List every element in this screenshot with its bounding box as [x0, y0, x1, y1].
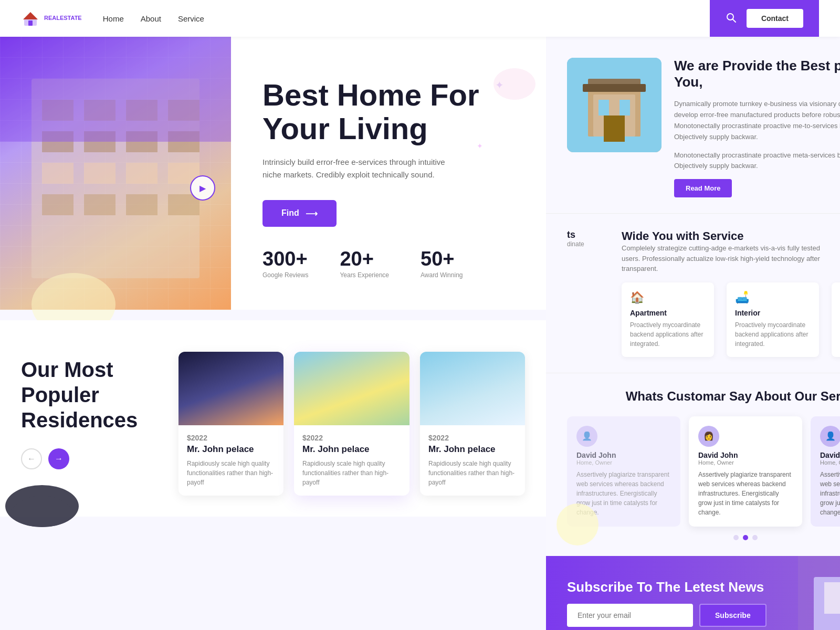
property-card-3: $2022 Mr. John pelace Rapidiously scale …	[420, 352, 525, 496]
services-description: Complelely strategize cutting-adge e-mar…	[622, 243, 832, 274]
residences-section: Our Most Populer Residences ← → $2022	[0, 320, 546, 517]
dot-2[interactable]	[743, 535, 748, 540]
services-inner: ts dinate Wide You with Service Complele…	[567, 229, 840, 357]
service-interior-title: Interior	[735, 309, 811, 317]
play-button[interactable]: ▶	[190, 175, 215, 201]
search-icon[interactable]	[726, 12, 736, 25]
stats-row: 300+ Google Reviews 20+ Years Experience…	[262, 248, 514, 279]
next-button[interactable]: →	[48, 448, 69, 469]
hero-description: Intrinsicly build error-free e-services …	[262, 156, 462, 181]
right-column: We are Provide the Best propety For You,…	[546, 37, 840, 630]
find-button[interactable]: Find ⟶	[262, 200, 337, 227]
arrow-icon: ⟶	[306, 208, 318, 218]
testimonial-name-1: David John	[576, 451, 671, 459]
services-section: ts dinate Wide You with Service Complele…	[546, 214, 840, 373]
navbar-right: Contact	[710, 0, 819, 37]
property-img-bg	[567, 58, 662, 152]
property-main-title: We are Provide the Best propety For You,	[674, 58, 840, 90]
card-image-2	[294, 352, 410, 425]
testimonials-title: Whats Customar Say About Our Service	[567, 389, 840, 404]
stat-awards: 50+ Award Winning	[421, 248, 463, 279]
card-desc-2: Rapidiously scale high quality functiona…	[302, 459, 401, 487]
card-name-2: Mr. John pelace	[302, 444, 401, 455]
testimonials-section: Whats Customar Say About Our Service 👤 D…	[546, 373, 840, 556]
svg-rect-29	[604, 116, 625, 142]
property-main-desc: Dynamically promote turnkey e-business v…	[674, 99, 840, 142]
svg-rect-2	[28, 20, 33, 26]
residences-left: Our Most Populer Residences ← →	[21, 352, 147, 469]
nav-about[interactable]: About	[141, 14, 161, 23]
property-text: We are Provide the Best propety For You,…	[674, 58, 840, 197]
svg-marker-1	[23, 12, 38, 19]
sparkle-decoration-2: ✦	[477, 142, 483, 150]
prev-button[interactable]: ←	[21, 448, 42, 469]
testimonial-avatar-2: 👩	[698, 426, 719, 447]
building-svg	[0, 37, 231, 310]
subscribe-form: Subscribe	[567, 604, 766, 627]
hero-blob-pink	[494, 68, 536, 100]
residences-title: Our Most Populer Residences	[21, 357, 147, 433]
services-right-col: Wide You with Service Complelely strateg…	[622, 229, 840, 357]
service-security: 🔒 Security Proactively mycoardinate back…	[832, 282, 840, 357]
card-body-3: $2022 Mr. John pelace Rapidiously scale …	[420, 425, 525, 496]
property-main-desc2: Monotonectally procrastinate proactive m…	[674, 150, 840, 172]
card-price-1: $2022	[187, 434, 275, 442]
residences-nav: ← →	[21, 448, 147, 469]
svg-rect-27	[598, 100, 609, 116]
card-image-3	[420, 352, 525, 425]
nav-home[interactable]: Home	[103, 14, 124, 23]
testimonial-dots	[567, 535, 840, 540]
svg-rect-22	[0, 37, 231, 142]
hero-section: ▶ ✦ ✦ Best Home For Your Living Intrinsi…	[0, 37, 546, 310]
testimonials-row: 👤 David John Home, Owner Assertively pla…	[567, 416, 840, 527]
services-subtitle: Wide You with Service	[622, 229, 840, 243]
hero-title: Best Home For Your Living	[262, 78, 514, 145]
testimonial-2: 👩 David John Home, Owner Assertively pla…	[689, 416, 802, 527]
svg-point-3	[727, 14, 733, 20]
dot-3[interactable]	[752, 535, 758, 540]
apartment-icon: 🏠	[630, 291, 706, 304]
dot-1[interactable]	[733, 535, 739, 540]
residences-inner: Our Most Populer Residences ← → $2022	[21, 352, 525, 496]
testimonial-text-1: Assertively plagiarize transparent web s…	[576, 470, 671, 517]
card-name-1: Mr. John pelace	[187, 444, 275, 455]
svg-point-23	[5, 496, 79, 527]
stat-experience: 20+ Years Experience	[340, 248, 389, 279]
svg-rect-20	[126, 194, 158, 215]
services-left-col: ts dinate	[567, 229, 609, 248]
testimonial-1: 👤 David John Home, Owner Assertively pla…	[567, 416, 680, 527]
service-apartment-text: Proactively mycoardinate backend applica…	[630, 320, 706, 349]
subscribe-title: Subscribe To The Letest News	[567, 579, 766, 595]
service-apartment: 🏠 Apartment Proactively mycoardinate bac…	[622, 282, 714, 357]
stat-reviews: 300+ Google Reviews	[262, 248, 308, 279]
svg-rect-14	[42, 163, 74, 184]
property-card-1: $2022 Mr. John pelace Rapidiously scale …	[178, 352, 284, 496]
page-wrapper: REALESTATE Home About Service Contact	[0, 0, 840, 630]
testimonial-name-3: David John	[820, 451, 840, 459]
testimonial-text-2: Assertively plagiarize transparent web s…	[698, 470, 793, 517]
service-interior-text: Proactively mycoardinate backend applica…	[735, 320, 811, 349]
services-left-text: ts	[567, 229, 609, 240]
testimonial-role-3: Home, Owner	[820, 459, 840, 466]
contact-button[interactable]: Contact	[747, 9, 803, 28]
card-desc-3: Rapidiously scale high quality functiona…	[428, 459, 517, 487]
subscribe-button[interactable]: Subscribe	[699, 604, 766, 627]
svg-rect-16	[126, 163, 158, 184]
testimonial-avatar-3: 👤	[820, 426, 840, 447]
svg-rect-15	[84, 163, 116, 184]
testimonial-3: 👤 David John Home, Owner Assertively pla…	[811, 416, 840, 527]
nav-service[interactable]: Service	[178, 14, 204, 23]
svg-rect-31	[583, 84, 646, 92]
property-card-2: $2022 Mr. John pelace Rapidiously scale …	[294, 352, 410, 496]
card-price-3: $2022	[428, 434, 517, 442]
navbar: REALESTATE Home About Service Contact	[0, 0, 840, 37]
dark-blob	[5, 485, 79, 527]
service-interior: 🛋️ Interior Proactively mycoardinate bac…	[727, 282, 819, 357]
hero-content: ✦ ✦ Best Home For Your Living Intrinsicl…	[231, 37, 546, 310]
read-more-button[interactable]: Read More	[674, 179, 732, 197]
subscribe-input[interactable]	[567, 604, 693, 627]
interior-icon: 🛋️	[735, 291, 811, 304]
card-body-2: $2022 Mr. John pelace Rapidiously scale …	[294, 425, 410, 496]
services-header: Wide You with Service Complelely strateg…	[622, 229, 840, 274]
svg-rect-19	[84, 194, 116, 215]
